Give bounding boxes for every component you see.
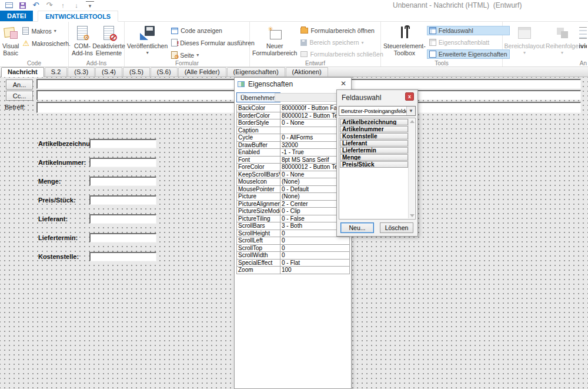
property-row[interactable]: PictureSizeMode0 - Clip xyxy=(237,208,349,215)
formularbereich-oeffnen-button[interactable]: Formularbereich öffnen xyxy=(298,26,385,35)
form-tab-s2[interactable]: S.2 xyxy=(45,67,68,77)
uebernehmen-button[interactable]: Übernehmen xyxy=(236,92,280,102)
property-row[interactable]: Cycle0 - AllForms xyxy=(237,134,349,142)
bereichslayout-button[interactable]: Bereichslayout ▾ xyxy=(504,24,545,58)
property-row[interactable]: Zoom100 xyxy=(237,267,349,274)
property-row[interactable]: ScrollHeight0 xyxy=(237,230,349,238)
form-tab-s3[interactable]: (S.3) xyxy=(68,67,95,77)
field-list-item[interactable]: Artikelbezeichnung xyxy=(340,119,408,125)
title-bar: ↶ ↷ ↑ ↓ ▾ Unbenannt - Nachricht (HTML) (… xyxy=(0,0,588,11)
property-row[interactable]: Caption xyxy=(237,127,349,135)
feldauswahl-dialog: Feldauswahl x Benutzer-Posteingangsfelde… xyxy=(336,89,418,237)
property-row[interactable]: SpecialEffect0 - Flat xyxy=(237,260,349,267)
form-tab-s5[interactable]: (S.5) xyxy=(123,67,150,77)
property-row[interactable]: BorderColor80000012 - Button Text xyxy=(237,112,349,120)
com-addins-button[interactable]: ⚙ COM-Add-Ins xyxy=(70,24,95,58)
field-label: Menge: xyxy=(38,178,61,185)
close-icon[interactable]: ✕ xyxy=(340,79,346,88)
property-row[interactable]: Font8pt MS Sans Serif xyxy=(237,157,349,164)
loeschen-button[interactable]: Löschen xyxy=(380,222,413,233)
form-tab-aktionen[interactable]: (Aktionen) xyxy=(286,67,328,77)
tab-datei[interactable]: DATEI xyxy=(0,10,33,21)
neuer-formularbereich-button[interactable]: Neuer Formularbereich xyxy=(251,24,298,58)
field-list-item[interactable]: Liefertermin xyxy=(340,147,408,154)
property-row[interactable]: Picture(None) xyxy=(237,193,349,201)
seite-button[interactable]: Seite ▾ xyxy=(169,50,257,60)
lieferant-textbox[interactable] xyxy=(89,214,156,224)
redo-icon[interactable]: ↷ xyxy=(45,1,54,9)
window-title: Unbenannt - Nachricht (HTML) (Entwurf) xyxy=(393,1,522,9)
preis-stueck-textbox[interactable] xyxy=(89,195,156,205)
form-tab-alle-felder[interactable]: (Alle Felder) xyxy=(178,67,226,77)
property-row[interactable]: ForeColor80000012 - Button Text xyxy=(237,164,349,171)
scrollbar[interactable] xyxy=(408,119,415,218)
kostenstelle-textbox[interactable] xyxy=(89,252,156,261)
field-set-dropdown[interactable]: Benutzer-Posteingangsfelder ▼ xyxy=(339,106,416,116)
form-tab-s6[interactable]: (S.6) xyxy=(151,67,178,77)
property-name: MouseIcon xyxy=(237,178,280,185)
deaktivierte-elemente-button[interactable]: ⊘ Deaktivierte Elemente xyxy=(95,24,123,58)
property-row[interactable]: BackColor8000000f - Button Face xyxy=(237,105,349,112)
property-row[interactable]: PictureAlignment2 - Center xyxy=(237,201,349,208)
property-name: PictureAlignment xyxy=(237,201,280,208)
liefertermin-textbox[interactable] xyxy=(89,233,156,242)
scroll-up-icon[interactable] xyxy=(410,120,415,123)
erweiterte-eigenschaften-button[interactable]: Erweiterte Eigenschaften xyxy=(427,49,510,59)
form-tab-eigenschaften[interactable]: (Eigenschaften) xyxy=(227,67,285,77)
form-tab-s4[interactable]: (S.4) xyxy=(95,67,122,77)
field-list-item[interactable]: Kostenstelle xyxy=(340,133,408,139)
menge-textbox[interactable] xyxy=(89,177,156,186)
veroeffentlichen-button[interactable]: Veröffentlichen ▾ xyxy=(126,24,169,58)
feldauswahl-button[interactable]: Feldauswahl xyxy=(427,26,510,35)
aktivierreihenfolge-button[interactable]: Aktivierre xyxy=(579,24,587,51)
property-row[interactable]: DrawBuffer32000 xyxy=(237,142,349,149)
cc-button[interactable]: Cc... xyxy=(6,91,33,101)
an-button[interactable]: An... xyxy=(6,79,33,89)
move-down-icon[interactable]: ↓ xyxy=(72,1,81,9)
customize-qat-icon[interactable]: ▾ xyxy=(86,1,94,9)
field-list: Artikelbezeichnung Artikelnummer Kostens… xyxy=(339,118,416,220)
artikelnummer-textbox[interactable] xyxy=(89,158,156,167)
property-row[interactable]: ScrollBars3 - Both xyxy=(237,222,349,230)
makrosicherheit-button[interactable]: ⚠ Makrosicherh. xyxy=(20,38,73,48)
move-up-icon[interactable]: ↑ xyxy=(59,1,67,9)
steuerelement-toolbox-button[interactable]: Steuerelement-Toolbox xyxy=(382,24,427,58)
message-icon[interactable] xyxy=(5,1,13,9)
field-list-item[interactable]: Lieferant xyxy=(340,140,408,147)
field-label: Lieferant: xyxy=(38,215,68,222)
property-row[interactable]: BorderStyle0 - None xyxy=(237,119,349,127)
gear-icon: ⚙ xyxy=(83,34,90,41)
eigenschaftenblatt-button[interactable]: Eigenschaftenblatt xyxy=(427,38,510,47)
scroll-down-icon[interactable] xyxy=(410,214,415,217)
code-anzeigen-button[interactable]: Code anzeigen xyxy=(169,26,257,35)
undo-icon[interactable]: ↶ xyxy=(32,1,40,9)
formularbereich-schliessen-button[interactable]: Formularbereich schließen xyxy=(298,49,385,59)
property-row[interactable]: MousePointer0 - Default xyxy=(237,186,349,194)
property-row[interactable]: ScrollWidth0 xyxy=(237,252,349,260)
eigenschaften-title-bar[interactable]: Eigenschaften xyxy=(235,78,351,91)
property-row[interactable]: ScrollTop0 xyxy=(237,245,349,252)
button-label: Bereich speichern xyxy=(309,39,359,46)
visual-basic-button[interactable]: Visual Basic xyxy=(1,24,20,58)
property-row[interactable]: ScrollLeft0 xyxy=(237,237,349,245)
reihenfolge-button[interactable]: Reihenfolge ▾ xyxy=(545,24,579,58)
button-label: COM-Add-Ins xyxy=(71,42,93,56)
property-row[interactable]: KeepScrollBarsVisible0 - None xyxy=(237,171,349,179)
artikelbezeichnung-textbox[interactable] xyxy=(89,139,156,148)
property-row[interactable]: PictureTiling0 - False xyxy=(237,215,349,223)
formular-ausfuehren-button[interactable]: Dieses Formular ausführen xyxy=(169,38,257,48)
close-icon[interactable]: x xyxy=(405,92,414,101)
field-list-item[interactable]: Preis/Stück xyxy=(340,161,408,168)
tab-entwicklertools[interactable]: ENTWICKLERTOOLS xyxy=(38,11,118,22)
form-tab-nachricht[interactable]: Nachricht xyxy=(1,67,44,77)
makros-button[interactable]: Makros ▾ xyxy=(20,26,73,36)
property-row[interactable]: Enabled-1 - True xyxy=(237,149,349,157)
neu-button[interactable]: Neu... xyxy=(340,222,374,233)
property-value: 0 xyxy=(280,245,349,252)
property-row[interactable]: MouseIcon(None) xyxy=(237,178,349,186)
bereich-speichern-button[interactable]: Bereich speichern ▾ xyxy=(298,38,385,47)
save-icon[interactable] xyxy=(18,1,26,9)
field-list-item[interactable]: Artikelnummer xyxy=(340,126,408,132)
field-list-item[interactable]: Menge xyxy=(340,154,408,161)
group-label-entwurf: Entwurf xyxy=(250,60,380,67)
